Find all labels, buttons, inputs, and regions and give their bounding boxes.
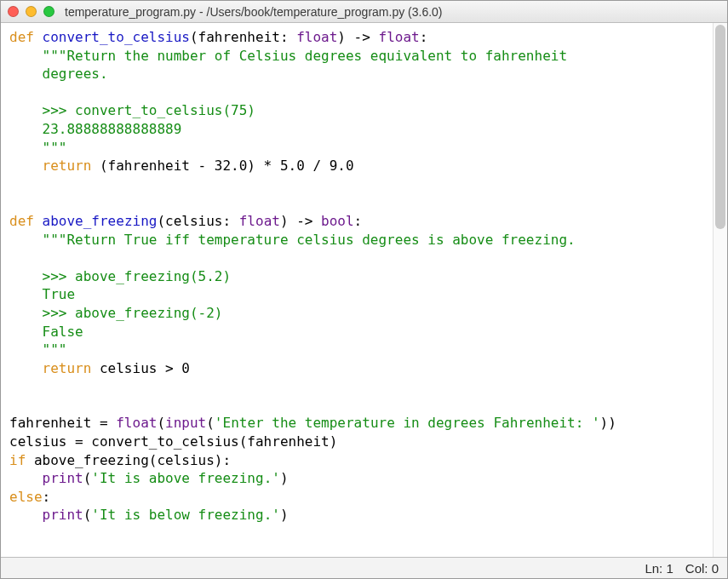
- code-text: (fahrenheit:: [190, 29, 296, 45]
- editor-window: temperature_program.py - /Users/book/tem…: [0, 0, 728, 579]
- string-literal: 'Enter the temperature in degrees Fahren…: [215, 415, 600, 431]
- code-text: ): [280, 507, 289, 523]
- statusbar: Ln: 1 Col: 0: [1, 557, 727, 578]
- code-text: (: [83, 507, 92, 523]
- docstring: True: [9, 286, 75, 302]
- keyword-def: def: [9, 213, 34, 229]
- code-text: celsius = convert_to_celsius(fahrenheit): [9, 433, 337, 450]
- code-text: celsius > 0: [91, 360, 190, 376]
- docstring: 23.88888888888889: [9, 121, 181, 137]
- builtin-type: float: [296, 29, 337, 45]
- docstring: degrees.: [9, 66, 108, 82]
- vertical-scrollbar[interactable]: [713, 23, 727, 557]
- docstring: >>> above_freezing(5.2): [9, 268, 231, 284]
- docstring: """Return the number of Celsius degrees …: [9, 48, 567, 64]
- code-text: above_freezing(celsius):: [26, 452, 231, 468]
- status-line: Ln: 1: [645, 561, 673, 576]
- code-text: [9, 470, 43, 486]
- builtin-type: bool: [321, 213, 354, 229]
- code-text: (: [206, 415, 215, 431]
- code-text: [9, 507, 43, 523]
- code-text: :: [43, 489, 51, 505]
- status-column: Col: 0: [685, 561, 719, 576]
- close-icon[interactable]: [8, 6, 19, 17]
- code-text: (fahrenheit - 32.0) * 5.0 / 9.0: [91, 158, 353, 174]
- keyword-if: if: [9, 452, 26, 468]
- code-editor[interactable]: def convert_to_celsius(fahrenheit: float…: [1, 23, 713, 557]
- code-text: ) ->: [337, 29, 378, 45]
- builtin-input: input: [165, 415, 206, 431]
- keyword-return: return: [9, 158, 91, 174]
- code-text: (celsius:: [157, 213, 238, 229]
- builtin-print: print: [43, 470, 83, 486]
- code-text: ) ->: [280, 213, 321, 229]
- zoom-icon[interactable]: [43, 6, 54, 17]
- keyword-return: return: [9, 360, 91, 376]
- editor-wrap: def convert_to_celsius(fahrenheit: float…: [1, 23, 727, 557]
- builtin-float: float: [116, 415, 157, 431]
- code-text: [34, 29, 43, 45]
- string-literal: 'It is above freezing.': [91, 470, 280, 486]
- builtin-print: print: [43, 507, 83, 523]
- docstring: >>> above_freezing(-2): [9, 305, 222, 321]
- docstring: """: [9, 140, 66, 156]
- docstring: """: [9, 341, 66, 358]
- docstring: False: [9, 324, 83, 340]
- code-text: ): [280, 470, 289, 486]
- string-literal: 'It is below freezing.': [91, 507, 280, 523]
- code-text: (: [83, 470, 92, 486]
- builtin-type: float: [239, 213, 280, 229]
- code-text: )): [600, 415, 616, 431]
- code-text: (: [157, 415, 165, 431]
- code-text: :: [420, 29, 428, 45]
- func-name: above_freezing: [43, 213, 158, 229]
- docstring: >>> convert_to_celsius(75): [9, 102, 255, 118]
- code-text: [34, 213, 43, 229]
- docstring: """Return True iff temperature celsius d…: [9, 232, 576, 248]
- titlebar[interactable]: temperature_program.py - /Users/book/tem…: [1, 1, 727, 23]
- window-title: temperature_program.py - /Users/book/tem…: [65, 5, 443, 19]
- keyword-def: def: [9, 29, 34, 45]
- keyword-else: else: [9, 489, 43, 505]
- code-text: :: [354, 213, 363, 229]
- builtin-type: float: [379, 29, 420, 45]
- minimize-icon[interactable]: [26, 6, 37, 17]
- func-name: convert_to_celsius: [43, 29, 190, 45]
- traffic-lights: [8, 6, 54, 17]
- code-text: fahrenheit =: [9, 415, 116, 431]
- scrollbar-thumb[interactable]: [715, 25, 725, 229]
